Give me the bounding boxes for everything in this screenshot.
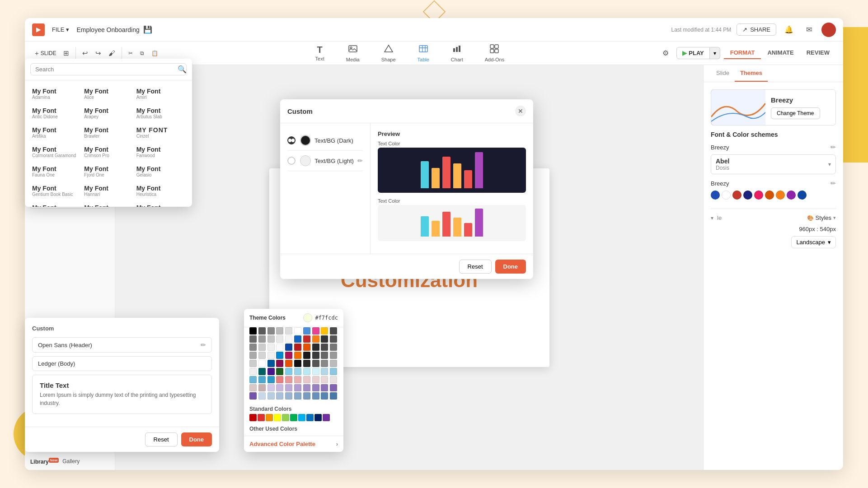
theme-color-cell[interactable] <box>285 376 292 383</box>
theme-color-cell[interactable] <box>249 327 257 335</box>
standard-color-cell[interactable] <box>249 414 257 421</box>
standard-color-cell[interactable] <box>266 414 273 421</box>
theme-color-cell[interactable] <box>258 360 266 367</box>
theme-color-cell[interactable] <box>321 376 328 383</box>
theme-color-cell[interactable] <box>330 376 337 383</box>
theme-color-cell[interactable] <box>267 392 275 400</box>
media-tool[interactable]: Media <box>343 42 363 64</box>
font-item-antic[interactable]: My Font Antic Didone <box>30 103 82 123</box>
dialog-reset-button[interactable]: Reset <box>459 260 492 274</box>
advanced-palette-link[interactable]: Advanced Color Palette › <box>244 436 343 452</box>
theme-color-cell[interactable] <box>321 368 328 375</box>
theme-color-cell[interactable] <box>267 344 275 351</box>
font-dropdown[interactable]: Abel Dosis ▾ <box>711 154 836 174</box>
theme-color-cell[interactable] <box>303 392 310 400</box>
library-tab[interactable]: LibraryNew <box>30 457 59 466</box>
theme-color-cell[interactable] <box>303 360 310 367</box>
theme-color-cell[interactable] <box>285 384 292 391</box>
settings-button[interactable]: ⚙ <box>658 46 673 60</box>
theme-color-cell[interactable] <box>285 352 292 359</box>
font-item-crimson[interactable]: My Font Crimson Pro <box>82 142 134 162</box>
orientation-dropdown[interactable]: Landscape ▾ <box>711 236 836 248</box>
font-item-fauna[interactable]: My Font Fauna One <box>30 162 82 181</box>
font-item-cormorant[interactable]: My Font Cormorant Garamond <box>30 142 82 162</box>
play-dropdown-button[interactable]: ▾ <box>710 47 720 59</box>
theme-color-cell[interactable] <box>303 376 310 383</box>
color-dot-3[interactable] <box>732 191 741 200</box>
theme-color-cell[interactable] <box>294 376 301 383</box>
theme-color-cell[interactable] <box>258 335 266 343</box>
font-item-alice[interactable]: My Font Alice <box>82 84 134 103</box>
message-button[interactable]: ✉ <box>802 23 816 37</box>
theme-color-cell[interactable] <box>249 376 257 383</box>
standard-color-cell[interactable] <box>282 414 289 421</box>
theme-color-cell[interactable] <box>258 392 266 400</box>
color-dot-7[interactable] <box>776 191 785 200</box>
font-item-gelasio[interactable]: My Font Gelasio <box>135 162 187 181</box>
color-dot-8[interactable] <box>787 191 796 200</box>
theme-color-cell[interactable] <box>321 335 328 343</box>
theme-color-cell[interactable] <box>294 327 301 335</box>
save-icon[interactable]: 💾 <box>143 25 152 34</box>
font-scheme-edit-icon[interactable]: ✏ <box>830 144 836 151</box>
font-item-heuristica[interactable]: My Font Heuristica <box>135 181 187 200</box>
gallery-tab[interactable]: Gallery <box>62 457 80 466</box>
theme-color-cell[interactable] <box>276 327 283 335</box>
file-menu-button[interactable]: FILE ▾ <box>48 24 73 35</box>
text-tool[interactable]: T Text <box>312 43 328 63</box>
theme-color-cell[interactable] <box>303 368 310 375</box>
color-dot-6[interactable] <box>765 191 774 200</box>
font-item-arapey[interactable]: My Font Arapey <box>82 103 134 123</box>
theme-color-cell[interactable] <box>267 327 275 335</box>
color-dot-2[interactable] <box>722 191 731 200</box>
theme-color-cell[interactable] <box>303 352 310 359</box>
standard-color-cell[interactable] <box>274 414 281 421</box>
format-paint-button[interactable]: 🖌 <box>106 47 118 59</box>
change-theme-button[interactable]: Change Theme <box>771 107 820 119</box>
theme-color-cell[interactable] <box>258 327 266 335</box>
standard-color-cell[interactable] <box>290 414 297 421</box>
font-item-junge[interactable]: My Font Junge <box>82 200 134 207</box>
standard-color-cell[interactable] <box>306 414 314 421</box>
theme-color-cell[interactable] <box>258 384 266 391</box>
theme-color-cell[interactable] <box>312 335 319 343</box>
theme-color-cell[interactable] <box>267 368 275 375</box>
theme-color-cell[interactable] <box>312 384 319 391</box>
textbg-dark-radio[interactable] <box>287 136 296 144</box>
theme-color-cell[interactable] <box>330 368 337 375</box>
light-option-edit-icon[interactable]: ✏ <box>357 157 363 164</box>
table-tool[interactable]: Table <box>414 42 433 64</box>
theme-color-cell[interactable] <box>330 352 337 359</box>
theme-color-cell[interactable] <box>330 384 337 391</box>
font-item-artifika[interactable]: My Font Artifika <box>30 123 82 142</box>
theme-color-cell[interactable] <box>249 335 257 343</box>
review-tab[interactable]: REVIEW <box>800 47 836 59</box>
theme-color-cell[interactable] <box>267 384 275 391</box>
theme-color-cell[interactable] <box>312 368 319 375</box>
cut-button[interactable]: ✂ <box>126 48 136 58</box>
hex-swatch[interactable] <box>303 313 312 322</box>
theme-color-cell[interactable] <box>294 368 301 375</box>
theme-color-cell[interactable] <box>330 327 337 335</box>
theme-color-cell[interactable] <box>276 352 283 359</box>
theme-color-cell[interactable] <box>321 344 328 351</box>
shape-tool[interactable]: Shape <box>378 42 399 64</box>
theme-color-cell[interactable] <box>312 376 319 383</box>
theme-color-cell[interactable] <box>294 352 301 359</box>
layout-button[interactable]: ⊞ <box>61 47 72 59</box>
format-tab[interactable]: FORMAT <box>724 47 761 59</box>
body-font-row[interactable]: Ledger (Body) <box>32 356 212 371</box>
theme-color-cell[interactable] <box>285 335 292 343</box>
logo-button[interactable]: ▶ <box>32 23 45 36</box>
theme-color-cell[interactable] <box>312 360 319 367</box>
themes-panel-tab[interactable]: Themes <box>735 65 768 82</box>
font-item-adamina[interactable]: My Font Adamina <box>30 84 82 103</box>
theme-color-cell[interactable] <box>249 368 257 375</box>
slide-panel-tab[interactable]: Slide <box>711 65 735 82</box>
font-item-fjord[interactable]: My Font Fjord One <box>82 162 134 181</box>
theme-color-cell[interactable] <box>303 384 310 391</box>
header-font-row[interactable]: Open Sans (Header) ✏ <box>32 337 212 353</box>
chart-tool[interactable]: Chart <box>447 42 467 64</box>
animate-tab[interactable]: ANIMATE <box>761 47 800 59</box>
font-item-italiana[interactable]: My Font Italiana <box>30 200 82 207</box>
